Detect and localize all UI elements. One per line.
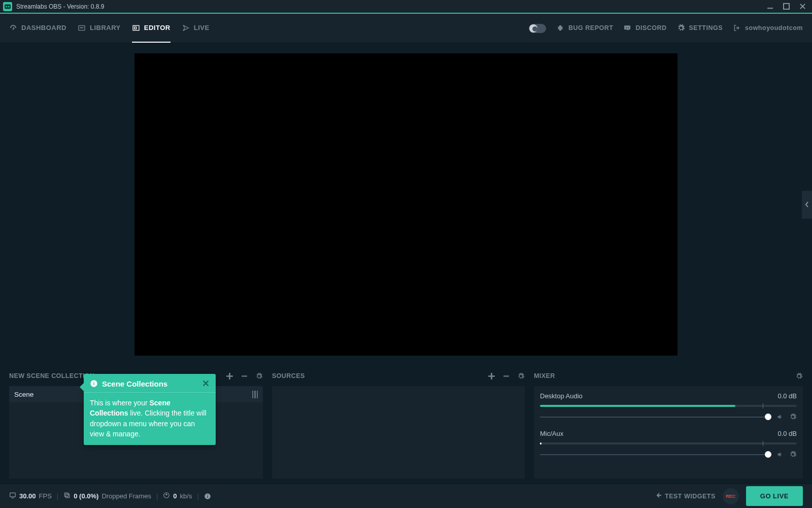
bug-icon [556, 24, 564, 32]
monitor-icon [9, 492, 16, 500]
nav-library[interactable]: LIBRARY [78, 14, 121, 43]
app-title: Streamlabs OBS - Version: 0.8.9 [16, 3, 104, 10]
preview-area [0, 43, 812, 366]
live-icon [182, 24, 190, 32]
fps-stat: 30.00 FPS [9, 492, 52, 500]
nav-discord[interactable]: DISCORD [623, 24, 666, 33]
gear-icon[interactable] [789, 413, 797, 421]
nav-item-label: LIVE [194, 24, 210, 31]
layers-icon [63, 492, 71, 500]
add-source-button[interactable] [488, 372, 495, 380]
sources-panel-header: SOURCES [272, 366, 525, 386]
nav-item-label: sowhoyoudotcom [745, 24, 803, 31]
arrow-left-icon [656, 492, 662, 500]
nav-live[interactable]: LIVE [182, 14, 210, 43]
stream-preview[interactable] [134, 53, 678, 356]
nav-item-label: BUG REPORT [568, 24, 613, 31]
nav-item-label: EDITOR [144, 24, 171, 31]
scene-transition-icon[interactable] [252, 391, 258, 398]
mixer-settings-button[interactable] [795, 372, 803, 380]
svg-rect-12 [66, 494, 70, 498]
svg-point-2 [8, 6, 10, 7]
record-button[interactable]: REC [723, 488, 739, 504]
bitrate-stat: 0 kb/s [163, 492, 192, 500]
status-bar: 30.00 FPS | 0 (0.0%) Dropped Frames | 0 … [0, 484, 812, 508]
nav-settings[interactable]: SETTINGS [677, 24, 723, 33]
mixer-channel-label: Desktop Audio [540, 392, 583, 400]
logout-icon [733, 24, 741, 32]
editor-icon [132, 24, 140, 32]
svg-rect-7 [134, 27, 136, 29]
titlebar: Streamlabs OBS - Version: 0.8.9 [0, 0, 812, 14]
tooltip-body: This is where your Scene Collections liv… [84, 392, 216, 445]
window-close-icon[interactable] [799, 3, 806, 10]
volume-slider[interactable] [540, 454, 771, 455]
scenes-header-label: NEW SCENE COLLECTION [9, 372, 94, 379]
app-logo [3, 2, 12, 11]
mixer-panel: MIXER Desktop Audio 0.0 dB [534, 366, 803, 479]
window-minimize-icon[interactable] [766, 3, 773, 10]
nav-item-label: DASHBOARD [21, 24, 66, 31]
remove-scene-button[interactable] [241, 372, 248, 380]
add-scene-button[interactable] [226, 372, 233, 380]
mixer-channel-mic: Mic/Aux 0.0 dB [534, 424, 803, 461]
svg-rect-10 [10, 493, 16, 497]
remove-source-button[interactable] [502, 372, 510, 380]
audio-meter [540, 405, 797, 407]
mixer-channel-desktop: Desktop Audio 0.0 dB [534, 386, 803, 424]
svg-rect-11 [65, 493, 69, 496]
library-icon [78, 24, 86, 32]
nav-item-label: SETTINGS [689, 24, 723, 31]
window-maximize-icon[interactable] [783, 3, 790, 10]
night-mode-toggle[interactable] [529, 24, 546, 33]
nav-item-label: DISCORD [635, 24, 666, 31]
upload-icon [163, 492, 170, 500]
discord-icon [623, 24, 631, 32]
nav-item-label: LIBRARY [90, 24, 121, 31]
sources-panel: SOURCES [272, 366, 525, 479]
svg-rect-3 [767, 8, 772, 9]
scenes-panel: NEW SCENE COLLECTION Scene [9, 366, 263, 479]
mixer-panel-header: MIXER [534, 366, 803, 386]
tooltip-close-icon[interactable]: ✕ [202, 379, 210, 388]
svg-rect-16 [207, 494, 208, 495]
audio-meter [540, 442, 797, 444]
tooltip-title: Scene Collections [102, 379, 167, 388]
svg-rect-4 [783, 4, 789, 9]
scene-settings-button[interactable] [255, 372, 263, 380]
dropped-frames-stat: 0 (0.0%) Dropped Frames [63, 492, 151, 500]
source-settings-button[interactable] [517, 372, 525, 380]
mixer-header-label: MIXER [534, 372, 555, 379]
dashboard-icon [9, 24, 17, 32]
gear-icon [677, 24, 685, 32]
main-nav: DASHBOARD LIBRARY EDITOR LIVE [0, 14, 812, 43]
svg-point-1 [6, 6, 7, 7]
nav-dashboard[interactable]: DASHBOARD [9, 14, 66, 43]
nav-bug-report[interactable]: BUG REPORT [556, 24, 613, 33]
nav-editor[interactable]: EDITOR [132, 14, 171, 43]
right-drawer-toggle[interactable] [802, 190, 812, 218]
bottom-panels: NEW SCENE COLLECTION Scene [0, 366, 812, 484]
sources-list[interactable] [272, 386, 525, 479]
mixer-channel-db: 0.0 dB [777, 392, 797, 400]
svg-rect-15 [207, 495, 208, 497]
scene-label: Scene [14, 391, 33, 398]
gear-icon[interactable] [789, 451, 797, 458]
nav-user[interactable]: sowhoyoudotcom [733, 24, 803, 33]
sources-header-label: SOURCES [272, 372, 305, 379]
volume-slider[interactable] [540, 417, 771, 418]
mixer-channel-db: 0.0 dB [777, 430, 797, 437]
info-icon: i [90, 379, 98, 388]
go-live-button[interactable]: GO LIVE [746, 486, 803, 506]
test-widgets-button[interactable]: TEST WIDGETS [656, 492, 716, 500]
svg-rect-0 [5, 4, 11, 9]
speaker-icon[interactable] [776, 451, 784, 458]
speaker-icon[interactable] [776, 413, 784, 421]
svg-text:i: i [93, 381, 95, 386]
mixer-channel-label: Mic/Aux [540, 430, 563, 437]
info-button[interactable] [204, 493, 211, 500]
scene-collections-tooltip: i Scene Collections ✕ This is where your… [84, 374, 216, 445]
